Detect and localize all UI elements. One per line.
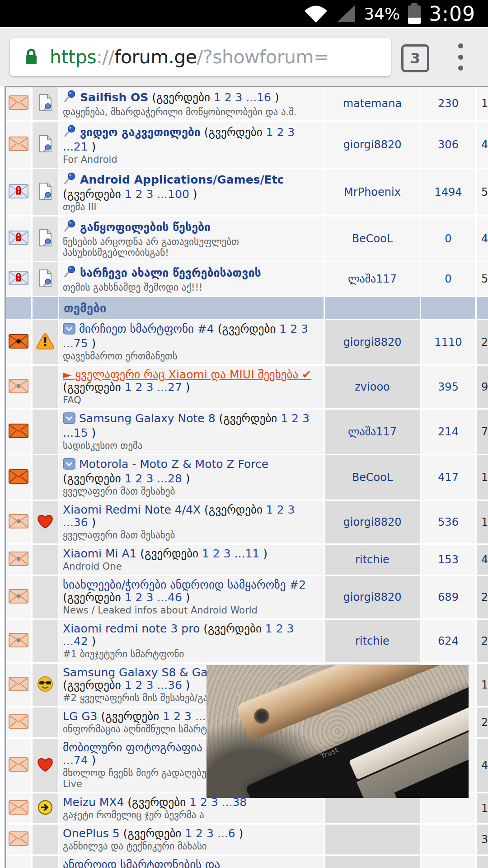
page-number-links[interactable]: 1 2 3 ...11 — [202, 547, 259, 560]
pages-close: ) — [88, 754, 96, 767]
heart-icon — [36, 756, 54, 773]
views-count: 13 — [477, 87, 488, 120]
envelope-hot-icon — [9, 589, 28, 604]
v-square-icon — [63, 458, 75, 472]
topic-title-link[interactable]: LG G3 — [63, 710, 98, 723]
envelope-locked-icon — [9, 231, 28, 245]
topic-description: For Android — [63, 154, 319, 165]
tab-counter-button[interactable]: 3 — [401, 44, 429, 72]
topic-starter-link[interactable]: ლაშა117 — [348, 425, 397, 438]
topic-title-link[interactable]: Xiaomi redmi note 3 pro — [63, 622, 200, 635]
topic-title-link[interactable]: Xiaomi Mi A1 — [63, 547, 136, 560]
topic-starter-link[interactable]: BeCooL — [352, 471, 393, 484]
replies-count: 306 — [421, 122, 475, 168]
topic-title-link[interactable]: განყოფილების წესები — [80, 221, 211, 234]
heart-icon — [36, 513, 54, 529]
cell-signal-icon — [336, 5, 356, 22]
envelope-read-icon — [9, 831, 28, 846]
page-number-links[interactable]: 1 2 3 ...100 — [125, 188, 189, 201]
envelope-hot-new-icon — [9, 334, 28, 349]
topic-starter-link[interactable]: ritchie — [355, 635, 389, 647]
topic-description: News / Leaked infos about Android World — [63, 605, 319, 616]
pages-open: (გვერდები — [63, 381, 125, 394]
page-number-links[interactable]: 1 2 3 ...36 — [125, 679, 182, 692]
pages-open: (გვერდები — [63, 188, 125, 201]
page-number-links[interactable]: 1 2 3 ...46 — [125, 591, 182, 604]
views-count: 40 — [477, 739, 488, 792]
views-count: 23 — [477, 576, 488, 618]
replies-count: 624 — [421, 620, 475, 662]
pages-close: ) — [259, 547, 267, 560]
replies-count: 153 — [421, 545, 475, 575]
topic-starter-link[interactable]: ritchie — [355, 553, 389, 566]
topic-starter-link[interactable]: giorgi8820 — [343, 516, 401, 528]
replies-count: 689 — [421, 576, 475, 618]
envelope-read-icon — [9, 95, 28, 110]
envelope-new-icon — [9, 424, 28, 438]
topic-starter-link[interactable]: MrPhoenix — [344, 186, 401, 198]
topic-title-link[interactable]: სარჩევი ახალი წევრებისათვის — [80, 266, 261, 279]
pages-close: ) — [88, 426, 96, 439]
page-number-links[interactable]: 1 2 3 ...6 — [185, 827, 235, 840]
topic-title-link[interactable]: Samsung Galaxy Note 8 — [79, 412, 216, 425]
topic-starter-link[interactable]: zviooo — [355, 381, 390, 393]
section-title: თემები — [59, 297, 324, 319]
topic-title-link[interactable]: OnePlus 5 — [63, 827, 120, 840]
page-number-links[interactable]: 1 2 3 ...27 — [125, 381, 182, 394]
battery-percent: 34% — [364, 5, 400, 23]
pages-close: ) — [182, 472, 190, 485]
topic-title-link[interactable]: ანდროიდ სმარტფონების და — [63, 858, 220, 868]
pin-icon — [63, 124, 76, 141]
topic-starter-link[interactable]: giorgi8820 — [343, 138, 401, 151]
topic-title-link[interactable]: ვიდეო გაკვეთილები — [80, 126, 201, 139]
pages-open: (გვერდები — [148, 91, 214, 104]
topic-starter-link[interactable]: matemana — [343, 97, 402, 110]
url-text: https://forum.ge/?showforum= — [50, 46, 329, 68]
topic-row: Xiaomi Mi A1 (გვერდები 1 2 3 ...11 )Andr… — [6, 545, 488, 575]
pages-open: (გვერდები — [201, 503, 266, 516]
views-count: 7 — [477, 410, 488, 454]
lock-icon — [24, 48, 38, 66]
envelope-read-icon — [9, 137, 28, 151]
battery-icon — [408, 3, 421, 24]
topic-description: ყველაფერი მათ შესახებ — [63, 530, 319, 541]
pages-open: (გვერდები — [216, 412, 281, 425]
envelope-read-icon — [9, 757, 28, 772]
topic-row: Samsung Galaxy Note 8 (გვერდები 1 2 3 ..… — [6, 410, 488, 454]
topic-row: Motorola - Moto Z & Moto Z Force (გვერდე… — [6, 455, 488, 500]
topic-row: OnePlus 5 (გვერდები 1 2 3 ...6 )განხილვა… — [6, 825, 488, 854]
topic-row: Sailfish OS (გვერდები 1 2 3 ...16 )დაყენ… — [6, 87, 488, 120]
url-bar[interactable]: https://forum.ge/?showforum= — [10, 38, 391, 76]
topic-title-link[interactable]: ► ყველაფერი რაც Xiaomi და MIUI შეეხება ✔ — [63, 368, 311, 381]
topic-starter-link[interactable]: BeCooL — [352, 232, 393, 245]
pages-open: (გვერდები — [63, 679, 125, 692]
pages-open: (გვერდები — [200, 622, 265, 635]
topic-description: Android One — [63, 561, 319, 572]
topic-starter-link[interactable]: giorgi8820 — [343, 591, 401, 604]
topic-title-link[interactable]: Xiaomi Redmi Note 4/4X — [63, 503, 201, 516]
page-pinned-icon — [38, 269, 52, 287]
envelope-hot-icon — [9, 379, 28, 393]
topic-title-link[interactable]: სიახლეები/ჭორები ანდროიდ სამყაროზე #2 — [63, 578, 306, 591]
overflow-menu-icon[interactable] — [458, 43, 464, 71]
topic-row: Xiaomi redmi note 3 pro (გვერდები 1 2 3 … — [6, 620, 488, 662]
topic-starter-link[interactable]: giorgi8820 — [343, 336, 401, 349]
envelope-read-icon — [9, 714, 28, 729]
topic-title-link[interactable]: Motorola - Moto Z & Moto Z Force — [79, 458, 268, 471]
topic-title-link[interactable]: Android Applications/Games/Etc — [80, 173, 284, 186]
page-number-links[interactable]: 1 2 3 ...28 — [125, 472, 182, 485]
pages-close: ) — [182, 679, 190, 692]
topic-title-link[interactable]: Meizu MX4 — [63, 796, 124, 809]
phone-photo-overlay[interactable]: Trust — [206, 665, 469, 798]
topic-starter-link[interactable]: ლაშა117 — [348, 273, 397, 285]
replies-count: 0 — [421, 217, 475, 261]
topic-title-link[interactable]: მირჩიეთ სმარტფონი #4 — [79, 322, 214, 335]
topic-title-link[interactable]: მობილური ფოტოგრაფია №2 — [63, 741, 225, 754]
topic-row: ანდროიდ სმარტფონების და3 ...23 )How to r… — [6, 856, 488, 868]
replies-count: 214 — [421, 410, 475, 454]
replies-count — [421, 825, 475, 854]
pages-close: ) — [88, 635, 96, 648]
section-header-row: თემები — [6, 297, 488, 319]
topic-title-link[interactable]: Sailfish OS — [80, 91, 148, 104]
page-number-links[interactable]: 1 2 3 ...16 — [214, 91, 271, 104]
